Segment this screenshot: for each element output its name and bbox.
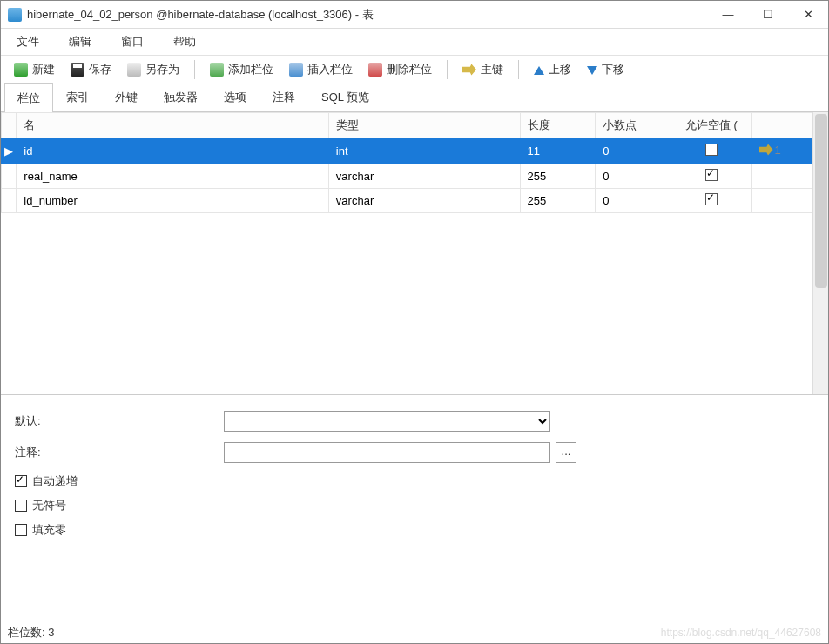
field-properties: 默认: 注释: ... 自动递增 无符号 填充零: [1, 395, 828, 621]
col-nullable[interactable]: 允许空值 (: [671, 113, 752, 138]
zerofill-checkbox[interactable]: [15, 524, 27, 536]
cell-decimals[interactable]: 0: [596, 138, 671, 164]
insert-field-icon: [289, 63, 303, 77]
col-type[interactable]: 类型: [328, 113, 520, 138]
titlebar: hibernate_04_02_person @hibernate-databa…: [1, 1, 828, 29]
primarykey-button[interactable]: 主键: [456, 59, 509, 80]
table-row[interactable]: ▶idint1101: [2, 138, 812, 164]
autoinc-label: 自动递增: [32, 473, 78, 489]
cell-length[interactable]: 255: [520, 164, 596, 189]
arrow-down-icon: [587, 66, 597, 75]
save-icon: [71, 63, 84, 77]
cell-name[interactable]: id_number: [17, 189, 329, 213]
col-pk[interactable]: [751, 113, 812, 138]
tab-options[interactable]: 选项: [211, 83, 259, 111]
cell-pk[interactable]: [751, 189, 812, 213]
scrollbar-thumb[interactable]: [815, 114, 827, 288]
row-marker: [2, 189, 17, 213]
menubar: 文件 编辑 窗口 帮助: [1, 29, 828, 55]
vertical-scrollbar[interactable]: [812, 112, 828, 394]
tabstrip: 栏位 索引 外键 触发器 选项 注释 SQL 预览: [1, 84, 828, 112]
default-select[interactable]: [224, 411, 550, 432]
movedown-button[interactable]: 下移: [581, 59, 630, 80]
autoinc-row[interactable]: 自动递增: [15, 473, 814, 489]
tab-triggers[interactable]: 触发器: [151, 83, 211, 111]
tab-fields[interactable]: 栏位: [4, 83, 53, 112]
maximize-button[interactable]: ☐: [748, 3, 788, 27]
new-icon: [14, 63, 28, 77]
menu-file[interactable]: 文件: [10, 30, 46, 53]
cell-type[interactable]: varchar: [328, 189, 520, 213]
minimize-button[interactable]: —: [708, 3, 748, 27]
statusbar: 栏位数: 3 https://blog.csdn.net/qq_44627608: [1, 621, 828, 643]
moveup-button[interactable]: 上移: [528, 59, 577, 80]
zerofill-row[interactable]: 填充零: [15, 522, 814, 538]
delcol-button[interactable]: 删除栏位: [362, 59, 438, 80]
table-row[interactable]: real_namevarchar2550: [2, 164, 812, 189]
menu-window[interactable]: 窗口: [114, 30, 151, 53]
menu-edit[interactable]: 编辑: [62, 30, 98, 53]
cell-name[interactable]: real_name: [17, 164, 329, 189]
key-icon: [759, 143, 773, 157]
cell-decimals[interactable]: 0: [596, 189, 671, 213]
col-marker: [2, 113, 17, 138]
cell-name[interactable]: id: [17, 138, 329, 164]
toolbar-separator: [194, 60, 195, 79]
nullable-checkbox[interactable]: [705, 144, 718, 156]
saveas-icon: [127, 63, 141, 77]
tab-sqlpreview[interactable]: SQL 预览: [308, 83, 382, 111]
field-count: 栏位数: 3: [8, 625, 54, 641]
tab-foreign[interactable]: 外键: [102, 83, 151, 111]
cell-nullable[interactable]: [671, 138, 752, 164]
cell-nullable[interactable]: [671, 164, 752, 189]
saveas-button[interactable]: 另存为: [121, 59, 185, 80]
nullable-checkbox[interactable]: [705, 193, 718, 205]
toolbar-separator: [447, 60, 448, 79]
key-icon: [462, 63, 476, 77]
unsigned-row[interactable]: 无符号: [15, 498, 814, 513]
comment-label: 注释:: [15, 445, 224, 460]
default-label: 默认:: [15, 413, 224, 429]
watermark: https://blog.csdn.net/qq_44627608: [661, 627, 821, 639]
unsigned-label: 无符号: [32, 498, 66, 513]
cell-length[interactable]: 255: [520, 189, 596, 213]
cell-pk[interactable]: [751, 164, 812, 189]
row-marker: ▶: [2, 138, 17, 164]
menu-help[interactable]: 帮助: [166, 30, 203, 53]
nullable-checkbox[interactable]: [705, 169, 718, 181]
table-row[interactable]: id_numbervarchar2550: [2, 189, 812, 213]
toolbar: 新建 保存 另存为 添加栏位 插入栏位 删除栏位 主键 上移 下移: [1, 55, 828, 84]
fields-grid[interactable]: 名 类型 长度 小数点 允许空值 ( ▶idint1101real_nameva…: [1, 112, 812, 394]
app-icon: [8, 8, 22, 22]
fields-grid-wrap: 名 类型 长度 小数点 允许空值 ( ▶idint1101real_nameva…: [1, 112, 828, 395]
toolbar-separator: [518, 60, 519, 79]
comment-more-button[interactable]: ...: [556, 442, 576, 463]
autoinc-checkbox[interactable]: [15, 475, 27, 487]
unsigned-checkbox[interactable]: [15, 500, 27, 512]
cell-nullable[interactable]: [671, 189, 752, 213]
row-marker: [2, 164, 17, 189]
add-field-icon: [210, 63, 224, 77]
col-name[interactable]: 名: [17, 113, 329, 138]
cell-pk[interactable]: 1: [751, 138, 812, 164]
save-button[interactable]: 保存: [64, 59, 118, 80]
comment-input[interactable]: [224, 442, 550, 463]
cell-type[interactable]: int: [328, 138, 520, 164]
col-length[interactable]: 长度: [520, 113, 596, 138]
tab-indexes[interactable]: 索引: [53, 83, 102, 111]
new-button[interactable]: 新建: [8, 59, 61, 80]
inscol-button[interactable]: 插入栏位: [283, 59, 359, 80]
cell-type[interactable]: varchar: [328, 164, 520, 189]
cell-decimals[interactable]: 0: [596, 164, 671, 189]
arrow-up-icon: [534, 66, 544, 75]
col-decimals[interactable]: 小数点: [596, 113, 671, 138]
addcol-button[interactable]: 添加栏位: [204, 59, 280, 80]
zerofill-label: 填充零: [32, 522, 66, 538]
delete-field-icon: [368, 63, 382, 77]
cell-length[interactable]: 11: [520, 138, 596, 164]
window-title: hibernate_04_02_person @hibernate-databa…: [27, 7, 708, 23]
close-button[interactable]: ✕: [788, 3, 828, 27]
tab-comment[interactable]: 注释: [259, 83, 308, 111]
